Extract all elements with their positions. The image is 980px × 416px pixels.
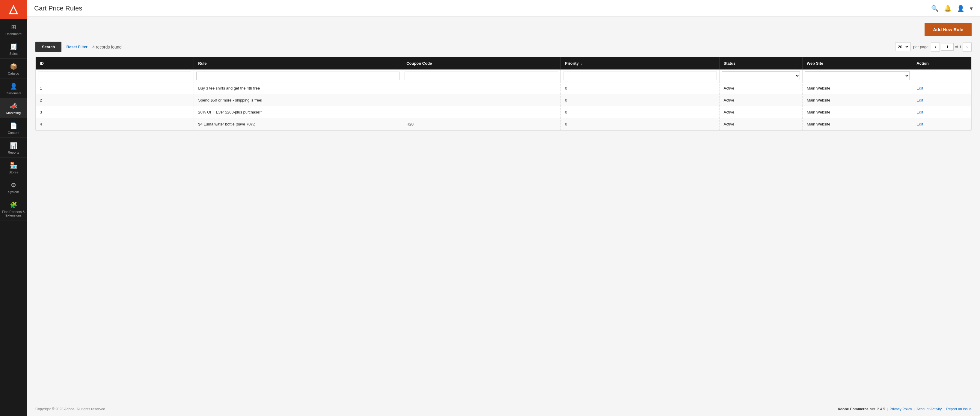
table-row: 4 $4 Luma water bottle (save 70%) H20 0 … <box>36 118 971 130</box>
sidebar-logo <box>0 0 27 19</box>
sidebar-item-extensions[interactable]: 🧩 Find Partners & Extensions <box>0 197 27 221</box>
sidebar-item-label: Stores <box>9 170 18 174</box>
cell-action: Edit <box>912 94 971 106</box>
sidebar-item-label: System <box>8 190 19 194</box>
cell-rule: Spend $50 or more - shipping is free! <box>194 94 402 106</box>
cell-priority: 0 <box>561 106 719 118</box>
sales-icon: 🧾 <box>10 43 18 50</box>
table-body: 1 Buy 3 tee shirts and get the 4th free … <box>36 83 971 130</box>
bell-icon[interactable]: 🔔 <box>944 5 951 12</box>
stores-icon: 🏪 <box>10 162 18 169</box>
user-icon[interactable]: 👤 <box>957 5 964 12</box>
cell-coupon <box>402 106 561 118</box>
page-title: Cart Price Rules <box>34 5 931 12</box>
filter-website-cell[interactable]: Main Website <box>803 70 912 83</box>
table-filter-row: Active Inactive Main Website <box>36 70 971 83</box>
table-row: 3 20% OFF Ever $200-plus purchase!* 0 Ac… <box>36 106 971 118</box>
report-issue-link[interactable]: Report an Issue <box>946 407 972 411</box>
table-wrapper: ID Rule Coupon Code Priority ↓ <box>35 57 972 130</box>
sidebar-item-content[interactable]: 📄 Content <box>0 118 27 138</box>
filter-priority-input[interactable] <box>563 71 717 80</box>
prev-page-button[interactable]: ‹ <box>931 43 940 51</box>
filter-action-cell <box>912 70 971 83</box>
sidebar-item-dashboard[interactable]: ⊞ Dashboard <box>0 19 27 39</box>
filter-id-input[interactable] <box>38 71 191 80</box>
filter-status-cell[interactable]: Active Inactive <box>719 70 802 83</box>
col-header-id: ID <box>36 57 194 70</box>
sidebar-item-label: Customers <box>5 91 21 95</box>
cell-coupon <box>402 83 561 94</box>
col-header-coupon: Coupon Code <box>402 57 561 70</box>
topbar: Cart Price Rules 🔍 🔔 👤 ▾ <box>27 0 980 17</box>
edit-link[interactable]: Edit <box>916 122 923 126</box>
catalog-icon: 📦 <box>10 63 18 70</box>
col-header-website: Web Site <box>803 57 912 70</box>
action-row: Add New Rule <box>35 23 972 36</box>
edit-link[interactable]: Edit <box>916 98 923 102</box>
filter-coupon-input[interactable] <box>404 71 558 80</box>
footer-version: ver. 2.4.5 <box>870 407 885 411</box>
sidebar-item-stores[interactable]: 🏪 Stores <box>0 157 27 177</box>
reset-filter-button[interactable]: Reset Filter <box>66 41 88 52</box>
cell-id: 4 <box>36 118 194 130</box>
sidebar-item-label: Find Partners & Extensions <box>1 210 26 217</box>
privacy-policy-link[interactable]: Privacy Policy <box>889 407 912 411</box>
per-page-label: per page <box>913 44 929 49</box>
search-icon[interactable]: 🔍 <box>931 5 939 12</box>
content-icon: 📄 <box>10 122 18 129</box>
topbar-icons: 🔍 🔔 👤 ▾ <box>931 5 973 12</box>
cell-coupon: H20 <box>402 118 561 130</box>
search-button[interactable]: Search <box>35 41 61 52</box>
sidebar-item-marketing[interactable]: 📣 Marketing <box>0 98 27 118</box>
cell-rule: $4 Luma water bottle (save 70%) <box>194 118 402 130</box>
table-row: 2 Spend $50 or more - shipping is free! … <box>36 94 971 106</box>
cell-action: Edit <box>912 106 971 118</box>
extensions-icon: 🧩 <box>10 201 18 208</box>
sidebar-item-catalog[interactable]: 📦 Catalog <box>0 59 27 78</box>
cell-id: 1 <box>36 83 194 94</box>
cell-priority: 0 <box>561 83 719 94</box>
records-found: 4 records found <box>92 44 890 49</box>
sidebar-item-label: Reports <box>8 151 19 154</box>
next-page-button[interactable]: › <box>963 43 972 51</box>
cell-website: Main Website <box>803 106 912 118</box>
filter-priority-cell[interactable] <box>561 70 719 83</box>
filter-id-cell[interactable] <box>36 70 194 83</box>
filter-website-select[interactable]: Main Website <box>805 71 909 80</box>
system-icon: ⚙ <box>11 181 16 189</box>
sidebar-item-sales[interactable]: 🧾 Sales <box>0 39 27 59</box>
per-page-select[interactable]: 20 30 50 100 200 <box>897 44 909 49</box>
page-number-input[interactable] <box>941 43 954 51</box>
sidebar-item-customers[interactable]: 👤 Customers <box>0 78 27 98</box>
sidebar-item-system[interactable]: ⚙ System <box>0 177 27 197</box>
footer: Copyright © 2023 Adobe. All rights reser… <box>27 402 980 416</box>
footer-copyright: Copyright © 2023 Adobe. All rights reser… <box>35 407 106 411</box>
dashboard-icon: ⊞ <box>11 23 16 30</box>
filter-status-select[interactable]: Active Inactive <box>722 71 800 80</box>
pagination-area: 20 30 50 100 200 per page ‹ of 1 › <box>895 43 972 51</box>
cell-priority: 0 <box>561 94 719 106</box>
cell-action: Edit <box>912 83 971 94</box>
sidebar-item-label: Catalog <box>8 71 19 75</box>
marketing-icon: 📣 <box>10 102 18 110</box>
filter-rule-input[interactable] <box>196 71 399 80</box>
sidebar-item-reports[interactable]: 📊 Reports <box>0 138 27 157</box>
col-header-priority[interactable]: Priority ↓ <box>561 57 719 70</box>
sidebar-item-label: Dashboard <box>5 32 22 36</box>
cell-website: Main Website <box>803 83 912 94</box>
filter-row: Search Reset Filter 4 records found 20 3… <box>35 41 972 52</box>
chevron-down-icon[interactable]: ▾ <box>970 5 973 12</box>
per-page-select-wrapper[interactable]: 20 30 50 100 200 <box>895 43 911 51</box>
page-nav: ‹ of 1 › <box>931 43 972 51</box>
edit-link[interactable]: Edit <box>916 86 923 91</box>
cell-coupon <box>402 94 561 106</box>
cell-rule: 20% OFF Ever $200-plus purchase!* <box>194 106 402 118</box>
filter-coupon-cell[interactable] <box>402 70 561 83</box>
cell-status: Active <box>719 106 802 118</box>
cell-rule: Buy 3 tee shirts and get the 4th free <box>194 83 402 94</box>
add-new-rule-button[interactable]: Add New Rule <box>924 23 972 36</box>
account-activity-link[interactable]: Account Activity <box>916 407 942 411</box>
edit-link[interactable]: Edit <box>916 110 923 114</box>
filter-rule-cell[interactable] <box>194 70 402 83</box>
cell-action: Edit <box>912 118 971 130</box>
